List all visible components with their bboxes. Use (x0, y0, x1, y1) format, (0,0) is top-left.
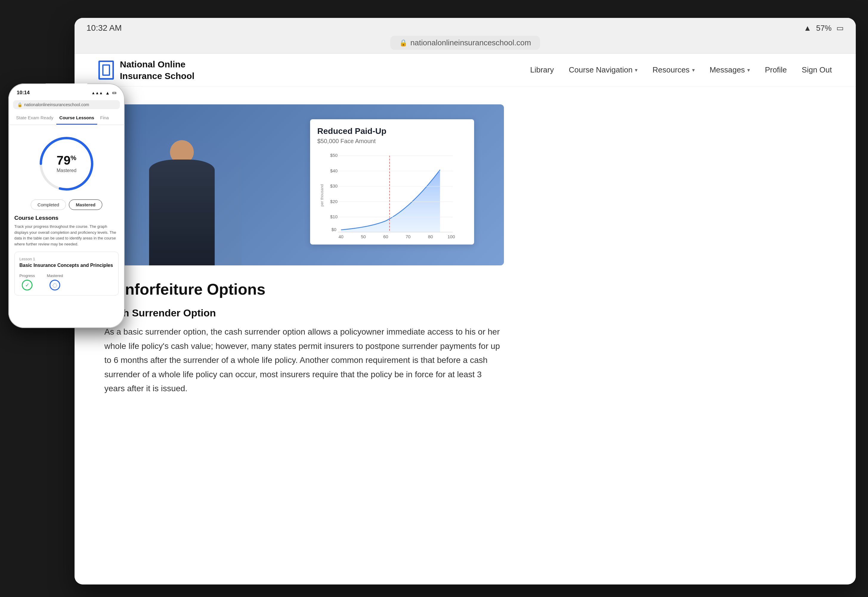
chevron-down-icon: ▾ (635, 67, 638, 73)
phone-time: 10:14 (17, 90, 30, 96)
nav-messages[interactable]: Messages ▾ (710, 65, 750, 74)
progress-percent: 79% (56, 154, 77, 167)
filter-mastered[interactable]: Mastered (69, 199, 102, 210)
mastered-icon: ◌ (49, 280, 60, 290)
lesson-progress-row: Progress ✓ Mastered ◌ (19, 273, 114, 290)
filter-completed[interactable]: Completed (31, 199, 66, 210)
svg-text:$30: $30 (330, 183, 338, 189)
nav-profile[interactable]: Profile (765, 65, 787, 74)
browser-status: ▲ 57% ▭ (804, 24, 844, 33)
battery-icon: ▭ (836, 24, 844, 33)
svg-text:70: 70 (405, 234, 411, 239)
browser-chrome: 10:32 AM ▲ 57% ▭ 🔒 nationalonlineinsuran… (74, 18, 856, 53)
video-chart: Reduced Paid-Up $50,000 Face Amount $50 … (310, 119, 474, 245)
svg-text:100: 100 (448, 234, 455, 239)
svg-text:$40: $40 (330, 168, 338, 173)
phone-tabs: State Exam Ready Course Lessons Fina (8, 111, 125, 125)
phone-url: nationalonlineinsuranceschool.com (24, 102, 89, 107)
logo-text: National OnlineInsurance School (120, 58, 194, 82)
lesson-video: Reduced Paid-Up $50,000 Face Amount $50 … (104, 104, 504, 266)
chevron-down-icon: ▾ (747, 67, 750, 73)
phone-address-bar[interactable]: 🔒 nationalonlineinsuranceschool.com (13, 100, 120, 109)
chart-title: Reduced Paid-Up (317, 126, 467, 136)
phone-lock-icon: 🔒 (17, 102, 22, 107)
stat-label-mastered: Mastered (47, 273, 63, 278)
lesson-number: Lesson 1 (19, 257, 114, 261)
svg-text:80: 80 (428, 234, 433, 239)
desktop-browser: 10:32 AM ▲ 57% ▭ 🔒 nationalonlineinsuran… (74, 18, 856, 585)
course-lessons-title: Course Lessons (14, 215, 119, 221)
phone-notch (46, 83, 88, 92)
course-lessons-section: Course Lessons Track your progress throu… (14, 215, 119, 296)
phone-content: 79% Mastered Completed Mastered Course L… (8, 125, 125, 316)
phone-wifi-icon: ▲ (105, 91, 110, 95)
tab-fina[interactable]: Fina (97, 111, 112, 125)
browser-time: 10:32 AM (86, 23, 122, 33)
signal-icon: ▲▲▲ (92, 91, 103, 95)
svg-text:per thousand: per thousand (320, 184, 324, 206)
course-lessons-description: Track your progress throughout the cours… (14, 224, 119, 247)
lesson-stat-mastered: Mastered ◌ (47, 273, 63, 290)
filter-buttons: Completed Mastered (14, 199, 119, 210)
svg-text:$0: $0 (331, 227, 336, 232)
site-header: National OnlineInsurance School Library … (74, 53, 856, 86)
lesson-stat-progress: Progress ✓ (19, 273, 35, 290)
svg-text:40: 40 (338, 234, 344, 239)
url-text: nationalonlineinsuranceschool.com (410, 38, 531, 48)
nav-course-navigation[interactable]: Course Navigation ▾ (568, 65, 638, 74)
svg-text:$50: $50 (330, 153, 338, 158)
wifi-icon: ▲ (804, 24, 812, 33)
mobile-phone: 10:14 ▲▲▲ ▲ ▭ 🔒 nationalonlineinsurances… (8, 83, 125, 328)
nav-library[interactable]: Library (530, 65, 554, 74)
site-logo[interactable]: National OnlineInsurance School (98, 58, 194, 82)
stat-label-progress: Progress (19, 273, 35, 278)
nav-resources[interactable]: Resources ▾ (653, 65, 694, 74)
chart-area: $50 $40 $30 $20 $10 $0 per thousand (317, 151, 467, 240)
nav-sign-out[interactable]: Sign Out (802, 65, 832, 74)
phone-status-right: ▲▲▲ ▲ ▭ (92, 90, 116, 95)
lesson-subheading: Cash Surrender Option (104, 307, 826, 319)
tab-state-exam-ready[interactable]: State Exam Ready (13, 111, 56, 125)
progress-circle-container: 79% Mastered (14, 134, 119, 193)
logo-icon (98, 61, 114, 80)
chart-subtitle: $50,000 Face Amount (317, 138, 467, 145)
lock-icon: 🔒 (399, 39, 407, 47)
tab-course-lessons[interactable]: Course Lessons (56, 111, 97, 125)
site-nav: Library Course Navigation ▾ Resources ▾ … (530, 65, 832, 74)
phone-battery-icon: ▭ (112, 90, 116, 95)
lesson-body: As a basic surrender option, the cash su… (104, 325, 504, 396)
lesson-title: Basic Insurance Concepts and Principles (19, 263, 114, 269)
progress-circle: 79% Mastered (37, 134, 96, 193)
svg-text:60: 60 (383, 234, 388, 239)
chevron-down-icon: ▾ (692, 67, 695, 73)
svg-text:$20: $20 (330, 199, 338, 204)
progress-text: 79% Mastered (56, 154, 77, 173)
browser-address-bar[interactable]: 🔒 nationalonlineinsuranceschool.com (74, 36, 856, 53)
video-presenter (122, 116, 242, 266)
progress-label: Mastered (56, 168, 77, 173)
address-pill[interactable]: 🔒 nationalonlineinsuranceschool.com (390, 36, 540, 50)
browser-top-bar: 10:32 AM ▲ 57% ▭ (74, 18, 856, 36)
svg-text:50: 50 (361, 234, 366, 239)
site-content: Reduced Paid-Up $50,000 Face Amount $50 … (74, 86, 856, 585)
chart-svg: $50 $40 $30 $20 $10 $0 per thousand (317, 151, 467, 240)
battery-percentage: 57% (816, 24, 832, 33)
lesson-heading: Nonforfeiture Options (104, 280, 826, 298)
svg-text:$10: $10 (330, 214, 338, 219)
lesson-card[interactable]: Lesson 1 Basic Insurance Concepts and Pr… (14, 252, 119, 296)
progress-check-icon: ✓ (22, 280, 33, 290)
